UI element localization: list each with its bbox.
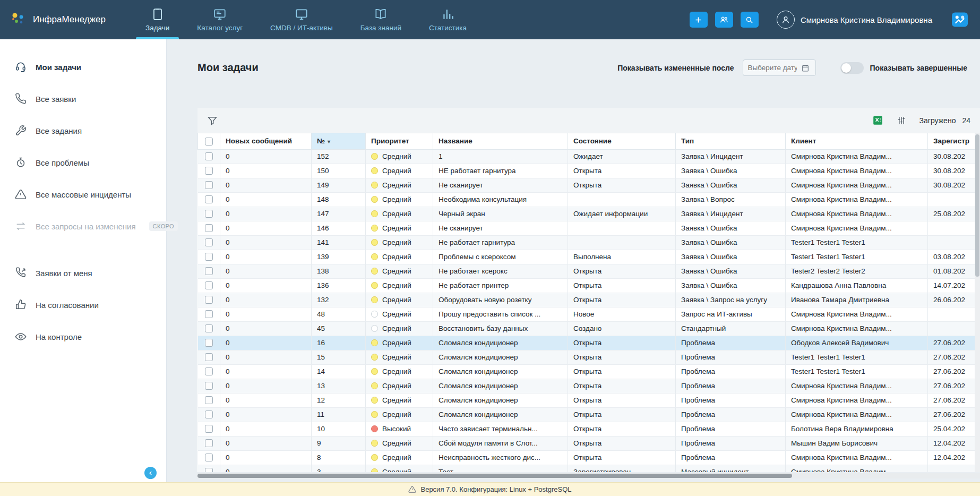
row-checkbox[interactable] bbox=[205, 439, 213, 447]
column-header-title[interactable]: Название bbox=[433, 133, 568, 149]
calendar-icon[interactable] bbox=[801, 64, 810, 72]
table-row[interactable]: 0 147 Средний Черный экран Ожидает инфор… bbox=[198, 207, 980, 221]
row-checkbox[interactable] bbox=[205, 324, 213, 332]
date-picker[interactable] bbox=[743, 59, 816, 76]
sidebar-item-on-control[interactable]: На контроле bbox=[0, 321, 166, 353]
table-row[interactable]: 0 10 Высокий Часто зависает терминальн..… bbox=[198, 422, 980, 436]
sidebar-item-all-jobs[interactable]: Все задания bbox=[0, 115, 166, 147]
table-row[interactable]: 0 138 Средний Не работает ксерокс Открыт… bbox=[198, 264, 980, 278]
row-checkbox[interactable] bbox=[205, 195, 213, 203]
table-row[interactable]: 0 148 Средний Необходима консультация За… bbox=[198, 192, 980, 207]
cell-registered: 03.08.202 bbox=[928, 250, 980, 264]
row-checkbox[interactable] bbox=[205, 238, 213, 246]
filter-icon[interactable] bbox=[207, 115, 218, 126]
table-row[interactable]: 0 132 Средний Оборудовать новую розетку … bbox=[198, 293, 980, 307]
sidebar-collapse-button[interactable] bbox=[144, 467, 157, 479]
column-settings-icon[interactable] bbox=[896, 115, 907, 126]
date-input[interactable] bbox=[748, 64, 797, 72]
nav-tab-cmdb[interactable]: CMDB / ИТ-активы bbox=[256, 0, 347, 39]
nav-tab-knowledge-base[interactable]: База знаний bbox=[347, 0, 415, 39]
row-checkbox[interactable] bbox=[205, 152, 213, 160]
row-checkbox[interactable] bbox=[205, 425, 213, 433]
nav-tab-service-catalog[interactable]: Каталог услуг bbox=[183, 0, 256, 39]
priority-dot bbox=[371, 411, 378, 418]
cell-messages: 0 bbox=[220, 465, 312, 472]
table-row[interactable]: 0 15 Средний Сломался кондиционер Открыт… bbox=[198, 350, 980, 364]
cell-priority: Средний bbox=[366, 278, 433, 293]
nav-tab-tasks[interactable]: Задачи bbox=[132, 0, 183, 39]
priority-label: Средний bbox=[382, 468, 411, 472]
table-row[interactable]: 0 16 Средний Сломался кондиционер Открыт… bbox=[198, 336, 980, 350]
current-user[interactable]: Смирнова Кристина Владимировна bbox=[777, 11, 932, 29]
row-checkbox[interactable] bbox=[205, 267, 213, 275]
row-checkbox[interactable] bbox=[205, 181, 213, 189]
wrench-icon bbox=[15, 125, 27, 136]
table-row[interactable]: 0 141 Средний Не работает гарнитура Заяв… bbox=[198, 235, 980, 250]
cell-messages: 0 bbox=[220, 164, 312, 178]
select-all-checkbox[interactable] bbox=[205, 138, 213, 146]
row-checkbox[interactable] bbox=[205, 167, 213, 175]
table-row[interactable]: 0 139 Средний Проблемы с ксероксом Выпол… bbox=[198, 250, 980, 264]
row-checkbox[interactable] bbox=[205, 468, 213, 472]
row-checkbox[interactable] bbox=[205, 310, 213, 318]
table-row[interactable]: 0 12 Средний Сломался кондиционер Открыт… bbox=[198, 393, 980, 407]
row-checkbox[interactable] bbox=[205, 296, 213, 304]
table-row[interactable]: 0 11 Средний Сломался кондиционер Открыт… bbox=[198, 407, 980, 422]
sidebar-item-requests-from-me[interactable]: Заявки от меня bbox=[0, 257, 166, 289]
row-checkbox[interactable] bbox=[205, 353, 213, 361]
table-row[interactable]: 0 3 Средний Тест Зарегистрирован Массовы… bbox=[198, 465, 980, 472]
sidebar-item-all-requests[interactable]: Все заявки bbox=[0, 83, 166, 115]
search-button[interactable] bbox=[741, 12, 759, 28]
show-completed-toggle[interactable] bbox=[840, 62, 864, 74]
table-row[interactable]: 0 8 Средний Неисправность жесткого дис..… bbox=[198, 450, 980, 465]
vertical-scrollbar[interactable] bbox=[975, 133, 980, 472]
column-header-number[interactable]: №▾ bbox=[312, 133, 366, 149]
add-button[interactable] bbox=[690, 12, 708, 28]
table-row[interactable]: 0 48 Средний Прошу предоставить список .… bbox=[198, 307, 980, 321]
table-row[interactable]: 0 13 Средний Сломался кондиционер Открыт… bbox=[198, 379, 980, 393]
cell-messages: 0 bbox=[220, 207, 312, 221]
row-checkbox[interactable] bbox=[205, 411, 213, 418]
sidebar-item-mass-incidents[interactable]: Все массовые инциденты bbox=[0, 178, 166, 210]
table-row[interactable]: 0 9 Средний Сбой модуля памяти в Слот...… bbox=[198, 436, 980, 450]
column-header-priority[interactable]: Приоритет bbox=[366, 133, 433, 149]
vertical-scrollbar-thumb[interactable] bbox=[975, 134, 979, 277]
nav-tab-statistics[interactable]: Статистика bbox=[415, 0, 480, 39]
row-checkbox[interactable] bbox=[205, 367, 213, 375]
table-row[interactable]: 0 152 Средний 1 Ожидает Заявка \ Инциден… bbox=[198, 149, 980, 164]
cell-priority: Средний bbox=[366, 264, 433, 278]
product-logo-icon[interactable] bbox=[949, 10, 970, 29]
row-checkbox[interactable] bbox=[205, 382, 213, 390]
table-row[interactable]: 0 149 Средний Не сканирует Открыта Заявк… bbox=[198, 178, 980, 192]
column-header-messages[interactable]: Новых сообщений bbox=[220, 133, 312, 149]
table-row[interactable]: 0 146 Средний Не сканирует Заявка \ Ошиб… bbox=[198, 221, 980, 235]
table-row[interactable]: 0 150 Средний НЕ работает гарнитура Откр… bbox=[198, 164, 980, 178]
column-header-type[interactable]: Тип bbox=[676, 133, 786, 149]
column-header-state[interactable]: Состояние bbox=[568, 133, 676, 149]
sidebar: Мои задачи Все заявки Все задания Все пр… bbox=[0, 39, 167, 482]
row-checkbox[interactable] bbox=[205, 396, 213, 404]
sidebar-item-on-approval[interactable]: На согласовании bbox=[0, 289, 166, 321]
priority-dot bbox=[371, 268, 378, 275]
horizontal-scrollbar[interactable] bbox=[197, 473, 980, 478]
row-checkbox[interactable] bbox=[205, 253, 213, 261]
row-checkbox[interactable] bbox=[205, 210, 213, 218]
column-header-registered[interactable]: Зарегистр bbox=[928, 133, 980, 149]
table-row[interactable]: 0 45 Средний Восстановить базу данных Со… bbox=[198, 321, 980, 336]
priority-label: Средний bbox=[382, 181, 411, 189]
row-checkbox-cell bbox=[198, 207, 220, 221]
row-checkbox[interactable] bbox=[205, 339, 213, 347]
column-header-client[interactable]: Клиент bbox=[786, 133, 928, 149]
row-checkbox[interactable] bbox=[205, 454, 213, 461]
row-checkbox[interactable] bbox=[205, 224, 213, 232]
table-row[interactable]: 0 136 Средний Не работает принтер Открыт… bbox=[198, 278, 980, 293]
sidebar-item-all-problems[interactable]: Все проблемы bbox=[0, 147, 166, 178]
row-checkbox[interactable] bbox=[205, 281, 213, 289]
sidebar-item-my-tasks[interactable]: Мои задачи bbox=[0, 51, 166, 83]
cell-client: Ободков Алексей Вадимович bbox=[786, 336, 928, 350]
users-button[interactable] bbox=[715, 12, 733, 28]
table-row[interactable]: 0 14 Средний Сломался кондиционер Открыт… bbox=[198, 364, 980, 379]
priority-dot bbox=[371, 225, 378, 232]
export-excel-icon[interactable] bbox=[872, 115, 883, 126]
horizontal-scrollbar-thumb[interactable] bbox=[197, 474, 792, 478]
